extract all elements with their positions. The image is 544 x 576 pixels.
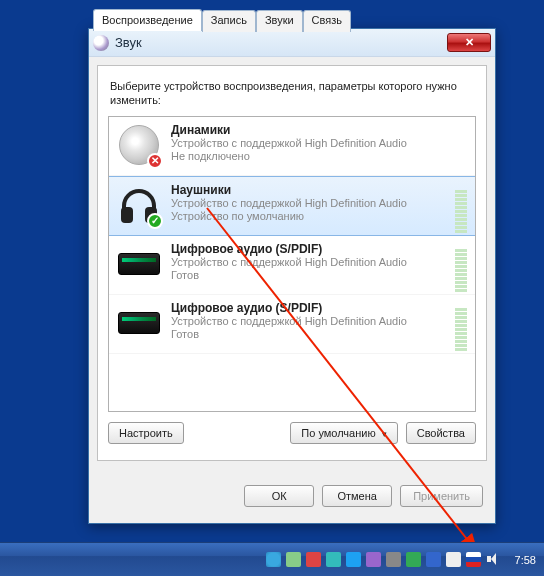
disconnected-badge-icon: ✕	[147, 153, 163, 169]
default-badge-icon: ✓	[147, 213, 163, 229]
system-tray	[266, 552, 501, 567]
cancel-button[interactable]: Отмена	[322, 485, 392, 507]
taskbar[interactable]: 7:58	[0, 542, 544, 576]
device-status: Устройство по умолчанию	[171, 210, 407, 223]
tab-2[interactable]: Звуки	[256, 10, 303, 32]
tray-green2-icon[interactable]	[406, 552, 421, 567]
device-row[interactable]: ✕ДинамикиУстройство с поддержкой High De…	[109, 117, 475, 176]
tray-twit-icon[interactable]	[346, 552, 361, 567]
device-desc: Устройство с поддержкой High Definition …	[171, 197, 407, 210]
sound-icon	[93, 35, 109, 51]
spdif-icon	[117, 301, 161, 345]
device-name: Цифровое аудио (S/PDIF)	[171, 301, 407, 315]
speaker-icon: ✕	[117, 123, 161, 167]
tray-purple-icon[interactable]	[366, 552, 381, 567]
tray-geen-icon[interactable]	[286, 552, 301, 567]
titlebar[interactable]: Звук ✕	[89, 29, 495, 57]
device-name: Наушники	[171, 183, 407, 197]
language-icon[interactable]	[466, 552, 481, 567]
level-meter	[455, 185, 467, 233]
tab-content: Выберите устройство воспроизведения, пар…	[97, 65, 487, 461]
tray-cyan-icon[interactable]	[326, 552, 341, 567]
sound-dialog: Звук ✕ ВоспроизведениеЗаписьЗвукиСвязь В…	[88, 28, 496, 524]
device-name: Цифровое аудио (S/PDIF)	[171, 242, 407, 256]
tray-red-icon[interactable]	[306, 552, 321, 567]
instruction-text: Выберите устройство воспроизведения, пар…	[110, 80, 474, 108]
window-title: Звук	[115, 35, 142, 50]
device-row[interactable]: Цифровое аудио (S/PDIF)Устройство с подд…	[109, 236, 475, 295]
device-row[interactable]: Цифровое аудио (S/PDIF)Устройство с подд…	[109, 295, 475, 354]
device-status: Готов	[171, 328, 407, 341]
device-status: Не подключено	[171, 150, 407, 163]
headphones-icon: ✓	[117, 183, 161, 227]
clock[interactable]: 7:58	[515, 554, 536, 566]
tray-telegram-icon[interactable]	[266, 552, 281, 567]
properties-button[interactable]: Свойства	[406, 422, 476, 444]
spdif-icon	[117, 242, 161, 286]
apply-button[interactable]: Применить	[400, 485, 483, 507]
tray-msg-icon[interactable]	[446, 552, 461, 567]
close-button[interactable]: ✕	[447, 33, 491, 52]
device-list[interactable]: ✕ДинамикиУстройство с поддержкой High De…	[108, 116, 476, 412]
level-meter	[455, 244, 467, 292]
device-desc: Устройство с поддержкой High Definition …	[171, 256, 407, 269]
device-name: Динамики	[171, 123, 407, 137]
ok-button[interactable]: ОК	[244, 485, 314, 507]
tab-1[interactable]: Запись	[202, 10, 256, 32]
tab-strip: ВоспроизведениеЗаписьЗвукиСвязь	[93, 9, 351, 31]
device-desc: Устройство с поддержкой High Definition …	[171, 137, 407, 150]
tray-blue2-icon[interactable]	[426, 552, 441, 567]
level-meter	[455, 303, 467, 351]
set-default-button[interactable]: По умолчанию	[290, 422, 397, 444]
volume-icon[interactable]	[486, 552, 501, 567]
device-desc: Устройство с поддержкой High Definition …	[171, 315, 407, 328]
dialog-buttons: ОК Отмена Применить	[89, 469, 495, 523]
list-buttons-row: Настроить По умолчанию Свойства	[108, 422, 476, 444]
tray-gray-icon[interactable]	[386, 552, 401, 567]
device-status: Готов	[171, 269, 407, 282]
device-row[interactable]: ✓НаушникиУстройство с поддержкой High De…	[109, 176, 475, 236]
tab-0[interactable]: Воспроизведение	[93, 9, 202, 31]
configure-button[interactable]: Настроить	[108, 422, 184, 444]
tab-3[interactable]: Связь	[303, 10, 351, 32]
